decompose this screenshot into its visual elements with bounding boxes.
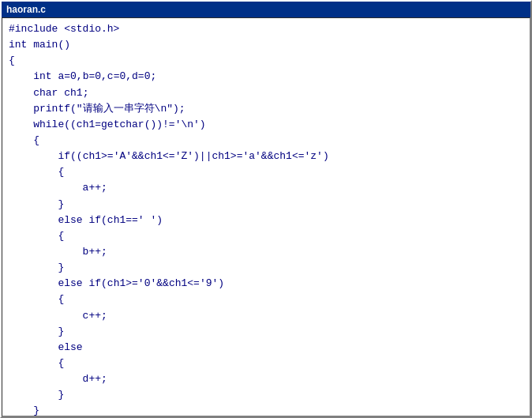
code-line: a++;: [2, 180, 530, 196]
code-line: {: [2, 133, 530, 149]
code-line: {: [2, 292, 530, 307]
main-window: haoran.c #include <stdio.h> int main() {…: [0, 0, 532, 418]
code-line: else: [2, 340, 530, 356]
code-line: {: [2, 164, 530, 180]
code-line: char ch1;: [2, 85, 530, 101]
code-line: }: [2, 197, 530, 213]
title-bar: haoran.c: [2, 2, 530, 17]
code-line: while((ch1=getchar())!='\n'): [2, 117, 530, 133]
code-line: int main(): [2, 37, 530, 53]
code-line: }: [2, 324, 530, 340]
code-line: int a=0,b=0,c=0,d=0;: [2, 69, 530, 85]
code-line: b++;: [2, 244, 530, 260]
code-line: }: [2, 260, 530, 276]
code-line: }: [2, 403, 530, 416]
code-line: {: [2, 228, 530, 244]
code-line: else if(ch1>='0'&&ch1<='9'): [2, 276, 530, 292]
code-line: printf("请输入一串字符\n");: [2, 101, 530, 117]
code-line: {: [2, 356, 530, 371]
code-line: {: [2, 53, 530, 69]
code-line: else if(ch1==' '): [2, 213, 530, 228]
window-title: haoran.c: [6, 4, 526, 15]
code-line: }: [2, 387, 530, 403]
code-line: c++;: [2, 308, 530, 324]
code-line: if((ch1>='A'&&ch1<='Z')||ch1>='a'&&ch1<=…: [2, 149, 530, 164]
code-line: #include <stdio.h>: [2, 21, 530, 37]
code-area[interactable]: #include <stdio.h> int main() { int a=0,…: [2, 17, 530, 416]
code-line: d++;: [2, 371, 530, 387]
